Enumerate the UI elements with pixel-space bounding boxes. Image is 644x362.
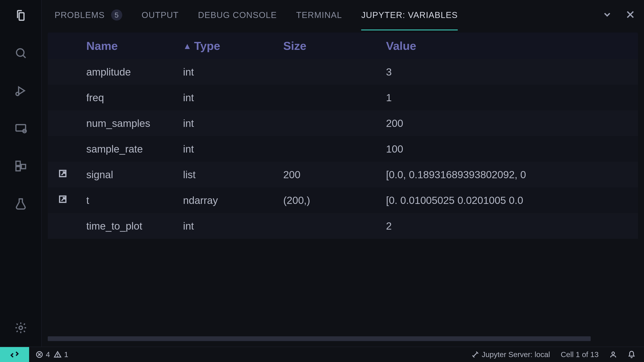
tab-label: JUPYTER: VARIABLES bbox=[361, 10, 458, 20]
variable-type: list bbox=[180, 169, 283, 181]
table-row[interactable]: num_samplesint200 bbox=[48, 110, 638, 136]
svg-point-21 bbox=[58, 356, 58, 357]
variable-type: int bbox=[180, 92, 283, 103]
status-errors[interactable]: 4 bbox=[36, 350, 50, 359]
variable-name: sample_rate bbox=[78, 143, 180, 155]
column-header-value[interactable]: Value bbox=[386, 39, 638, 52]
remote-indicator[interactable] bbox=[0, 347, 29, 362]
variable-type: int bbox=[180, 143, 283, 155]
column-header-type[interactable]: ▲Type bbox=[180, 39, 283, 52]
tab-label: TERMINAL bbox=[296, 10, 342, 20]
svg-rect-7 bbox=[16, 167, 20, 171]
variable-value: 200 bbox=[386, 117, 638, 129]
status-cell-position[interactable]: Cell 1 of 13 bbox=[561, 350, 598, 359]
problems-badge: 5 bbox=[111, 9, 122, 20]
error-icon bbox=[36, 351, 43, 358]
variable-value: 3 bbox=[386, 66, 638, 78]
table-row[interactable]: freqint1 bbox=[48, 85, 638, 110]
expand-variable-icon[interactable] bbox=[58, 194, 68, 206]
panel-tabs: PROBLEMS 5 OUTPUT DEBUG CONSOLE TERMINAL… bbox=[42, 0, 644, 30]
tab-debug-console[interactable]: DEBUG CONSOLE bbox=[198, 0, 277, 30]
variable-name: signal bbox=[78, 169, 180, 181]
table-row[interactable]: sample_rateint100 bbox=[48, 136, 638, 162]
status-bar: 4 1 Jupyter Server: local Cell 1 of 13 bbox=[0, 347, 644, 362]
tab-jupyter-variables[interactable]: JUPYTER: VARIABLES bbox=[361, 0, 458, 30]
tab-label: PROBLEMS bbox=[54, 10, 105, 20]
svg-point-22 bbox=[612, 352, 614, 355]
tab-label: OUTPUT bbox=[142, 10, 178, 20]
table-row[interactable]: signallist200[0.0, 0.18931689393802092, … bbox=[48, 162, 638, 187]
variable-value: [0. 0.01005025 0.0201005 0.0 bbox=[386, 194, 638, 206]
variable-type: ndarray bbox=[180, 194, 283, 206]
svg-line-1 bbox=[23, 55, 26, 58]
status-feedback-icon[interactable] bbox=[609, 351, 617, 358]
variables-panel: Name ▲Type Size Value amplitudeint3freqi… bbox=[42, 30, 644, 347]
plug-icon bbox=[472, 351, 479, 358]
activity-bar bbox=[0, 0, 42, 347]
tab-label: DEBUG CONSOLE bbox=[198, 10, 277, 20]
variable-value: 100 bbox=[386, 143, 638, 155]
status-notifications-icon[interactable] bbox=[628, 351, 636, 358]
chevron-down-icon[interactable] bbox=[602, 9, 612, 20]
variable-type: int bbox=[180, 66, 283, 78]
variable-type: int bbox=[180, 220, 283, 232]
variable-name: t bbox=[78, 194, 180, 206]
status-jupyter-server[interactable]: Jupyter Server: local bbox=[472, 350, 550, 359]
variables-header-row: Name ▲Type Size Value bbox=[48, 32, 638, 59]
svg-rect-8 bbox=[21, 165, 26, 169]
variable-value: [0.0, 0.18931689393802092, 0 bbox=[386, 169, 638, 181]
svg-point-3 bbox=[16, 92, 19, 96]
remote-explorer-icon[interactable] bbox=[10, 118, 31, 139]
variable-name: time_to_plot bbox=[78, 220, 180, 232]
close-icon[interactable] bbox=[625, 9, 636, 20]
svg-rect-4 bbox=[16, 125, 26, 131]
status-warnings[interactable]: 1 bbox=[54, 350, 68, 359]
tab-terminal[interactable]: TERMINAL bbox=[296, 0, 342, 30]
table-row[interactable]: amplitudeint3 bbox=[48, 59, 638, 85]
run-debug-icon[interactable] bbox=[10, 80, 31, 101]
extensions-icon[interactable] bbox=[10, 156, 31, 176]
column-header-name[interactable]: Name bbox=[78, 39, 180, 52]
settings-gear-icon[interactable] bbox=[10, 318, 31, 338]
warning-icon bbox=[54, 351, 62, 358]
svg-point-10 bbox=[19, 326, 22, 330]
svg-rect-6 bbox=[16, 161, 20, 166]
expand-variable-icon[interactable] bbox=[58, 169, 68, 181]
testing-icon[interactable] bbox=[10, 193, 31, 214]
sort-asc-icon: ▲ bbox=[183, 41, 192, 51]
variable-value: 1 bbox=[386, 92, 638, 103]
variable-name: num_samples bbox=[78, 117, 180, 129]
variable-size: (200,) bbox=[283, 194, 386, 206]
variable-size: 200 bbox=[283, 169, 386, 181]
table-row[interactable]: tndarray(200,)[0. 0.01005025 0.0201005 0… bbox=[48, 187, 638, 213]
tab-output[interactable]: OUTPUT bbox=[142, 0, 178, 30]
explorer-icon[interactable] bbox=[10, 5, 31, 26]
tab-problems[interactable]: PROBLEMS 5 bbox=[54, 0, 122, 30]
column-header-size[interactable]: Size bbox=[283, 39, 386, 52]
svg-point-0 bbox=[16, 49, 24, 56]
table-row[interactable]: time_to_plotint2 bbox=[48, 213, 638, 239]
variable-name: amplitude bbox=[78, 66, 180, 78]
variable-type: int bbox=[180, 117, 283, 129]
variable-value: 2 bbox=[386, 220, 638, 232]
search-icon[interactable] bbox=[10, 43, 31, 63]
variable-name: freq bbox=[78, 92, 180, 103]
horizontal-scrollbar[interactable] bbox=[48, 336, 638, 341]
scrollbar-thumb[interactable] bbox=[48, 336, 591, 341]
